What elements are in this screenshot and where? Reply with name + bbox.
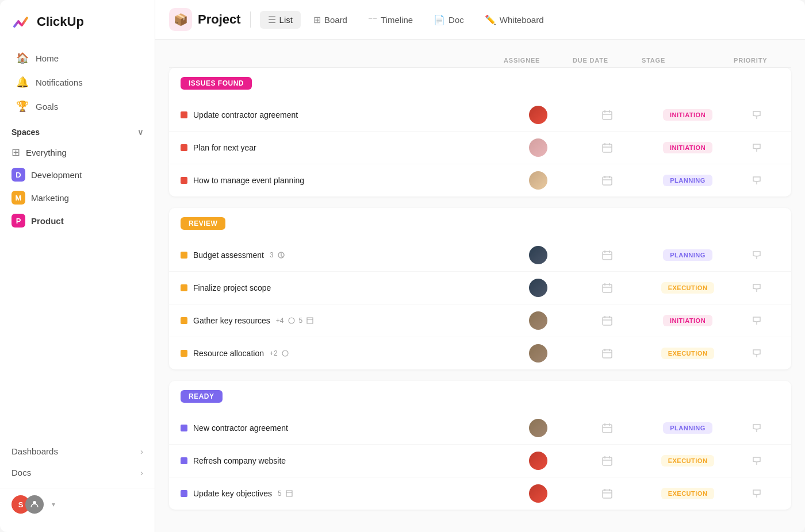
section-header-review: REVIEW <box>169 208 791 239</box>
chevron-down-icon[interactable]: ∨ <box>137 128 143 137</box>
dashboards-label: Dashboards <box>12 446 58 456</box>
sidebar-docs[interactable]: Docs › <box>0 462 155 483</box>
priority-cell <box>734 110 780 120</box>
task-dot-yellow <box>181 350 187 357</box>
task-dot-purple <box>181 457 187 464</box>
avatar <box>529 344 547 363</box>
svg-point-27 <box>289 318 294 323</box>
task-dot-red <box>181 144 187 151</box>
stage-cell: EXECUTION <box>642 282 734 294</box>
sidebar-nav-notifications[interactable]: 🔔 Notifications <box>5 70 150 94</box>
tab-doc[interactable]: 📄 Doc <box>425 11 472 29</box>
stage-cell: INITIATION <box>642 315 734 326</box>
stage-badge: PLANNING <box>663 422 712 434</box>
badge-ready: READY <box>181 390 223 403</box>
task-dot-yellow <box>181 317 187 324</box>
sidebar-dashboards[interactable]: Dashboards › <box>0 441 155 462</box>
main-content: 📦 Project ☰ List ⊞ Board ⁻⁻ Timeline 📄 D… <box>155 0 805 532</box>
docs-label: Docs <box>12 468 31 477</box>
tab-timeline[interactable]: ⁻⁻ Timeline <box>360 11 421 29</box>
section-header-ready: READY <box>169 381 791 412</box>
sidebar-item-development[interactable]: D Development <box>0 163 155 186</box>
priority-cell <box>734 348 780 358</box>
stage-cell: PLANNING <box>642 175 734 186</box>
sidebar-item-product[interactable]: P Product <box>0 209 155 232</box>
sidebar-item-marketing[interactable]: M Marketing <box>0 186 155 209</box>
task-row[interactable]: Refresh company website EXECUTION <box>169 445 791 477</box>
stage-badge: INITIATION <box>663 315 712 326</box>
avatar-stack: S <box>12 495 44 514</box>
stage-cell: PLANNING <box>642 249 734 261</box>
task-row[interactable]: Resource allocation +2 EXECUTION <box>169 337 791 369</box>
priority-cell <box>734 456 780 466</box>
task-row[interactable]: Budget assessment 3 PLANNING <box>169 239 791 272</box>
section-header-issues: ISSUES FOUND <box>169 68 791 99</box>
section-review: REVIEW Budget assessment 3 <box>169 208 791 369</box>
due-date-cell <box>573 282 642 294</box>
section-issues-found: ISSUES FOUND Update contractor agreement… <box>169 68 791 196</box>
section-ready: READY New contractor agreement PLANNING <box>169 381 791 510</box>
task-row[interactable]: Finalize project scope EXECUTION <box>169 272 791 304</box>
due-date-cell <box>573 455 642 467</box>
due-date-cell <box>573 315 642 326</box>
assignee-cell <box>504 419 573 437</box>
project-badge: 📦 Project <box>169 8 241 31</box>
assignee-cell <box>504 246 573 264</box>
avatar-secondary <box>25 495 44 514</box>
svg-rect-51 <box>603 490 612 498</box>
due-date-cell <box>573 175 642 186</box>
tab-whiteboard[interactable]: ✏️ Whiteboard <box>477 11 552 29</box>
development-dot: D <box>12 168 25 182</box>
sidebar-user[interactable]: S ▾ <box>0 488 155 521</box>
sidebar-nav-home[interactable]: 🏠 Home <box>5 46 150 70</box>
due-date-cell <box>573 109 642 121</box>
svg-rect-22 <box>603 284 612 292</box>
sidebar-nav-goals[interactable]: 🏆 Goals <box>5 94 150 118</box>
assignee-cell <box>504 138 573 157</box>
board-icon: ⊞ <box>313 14 321 25</box>
task-row[interactable]: New contractor agreement PLANNING <box>169 412 791 445</box>
assignee-cell <box>504 279 573 297</box>
svg-rect-6 <box>603 144 612 152</box>
svg-rect-29 <box>603 317 612 325</box>
tab-list[interactable]: ☰ List <box>260 11 301 29</box>
avatar <box>529 106 547 124</box>
svg-rect-1 <box>603 111 612 119</box>
stage-badge: EXECUTION <box>661 455 715 467</box>
stage-badge: EXECUTION <box>661 282 715 294</box>
marketing-dot: M <box>12 191 25 205</box>
priority-cell <box>734 423 780 433</box>
task-dot-red <box>181 177 187 184</box>
stage-badge: INITIATION <box>663 142 712 153</box>
task-name-cell: Plan for next year <box>181 143 504 152</box>
stage-badge: PLANNING <box>663 249 712 261</box>
stage-cell: EXECUTION <box>642 488 734 499</box>
task-row[interactable]: Update contractor agreement INITIATION <box>169 99 791 132</box>
task-meta: +4 5 <box>276 317 314 325</box>
list-icon: ☰ <box>268 14 276 25</box>
badge-review: REVIEW <box>181 217 225 230</box>
top-navigation: 📦 Project ☰ List ⊞ Board ⁻⁻ Timeline 📄 D… <box>155 0 805 40</box>
sidebar-item-everything[interactable]: ⊞ Everything <box>0 141 155 163</box>
task-row[interactable]: Plan for next year INITIATION <box>169 132 791 164</box>
svg-rect-35 <box>603 350 612 358</box>
logo[interactable]: ClickUp <box>0 11 155 46</box>
task-name-cell: Gather key resources +4 5 <box>181 316 504 325</box>
priority-cell <box>734 315 780 326</box>
task-dot-red <box>181 111 187 118</box>
docs-chevron: › <box>140 468 143 477</box>
project-title: Project <box>198 12 241 27</box>
tab-board[interactable]: ⊞ Board <box>305 11 355 29</box>
task-meta: 5 <box>278 489 293 498</box>
svg-point-34 <box>282 350 288 356</box>
due-date-cell <box>573 348 642 359</box>
sidebar: ClickUp 🏠 Home 🔔 Notifications 🏆 Goals S… <box>0 0 155 532</box>
task-name-cell: Finalize project scope <box>181 283 504 292</box>
task-row[interactable]: Gather key resources +4 5 INITIATION <box>169 304 791 337</box>
stage-badge: EXECUTION <box>661 348 715 359</box>
product-dot: P <box>12 214 25 228</box>
priority-cell <box>734 175 780 186</box>
task-row[interactable]: Update key objectives 5 EXECUTION <box>169 477 791 510</box>
goals-icon: 🏆 <box>16 100 29 113</box>
task-row[interactable]: How to manage event planning PLANNING <box>169 164 791 196</box>
